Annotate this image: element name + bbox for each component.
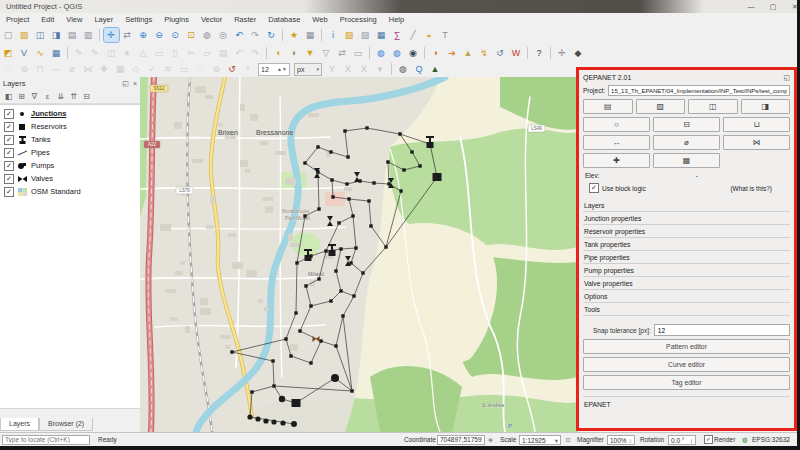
show-bookmarks-icon[interactable]: ▦	[303, 28, 318, 42]
identify-features-icon[interactable]: i	[326, 28, 341, 42]
add-tank-button[interactable]: ⊔	[723, 117, 790, 132]
coordinate-field[interactable]	[437, 435, 485, 445]
maximize-button[interactable]: ▢	[764, 1, 782, 12]
modify-feature-icon[interactable]: ▭	[152, 46, 167, 60]
menu-raster[interactable]: Raster	[228, 15, 262, 24]
temporal-controller-icon[interactable]: ▦	[49, 46, 64, 60]
plugin-tool-icon[interactable]: ◆	[571, 46, 586, 60]
scale-combo[interactable]: 1:12925▾	[519, 435, 561, 445]
qepanet-tank-tool-icon[interactable]: ⊓	[33, 62, 48, 76]
layer-checkbox[interactable]: ✓	[4, 174, 14, 184]
qepanet-flow-tool-icon[interactable]: ≋	[161, 62, 176, 76]
snap-indicator-icon[interactable]: +	[241, 62, 256, 76]
new-inp-button[interactable]: ▤	[583, 99, 633, 114]
dock-float-icon[interactable]: ◱	[122, 80, 129, 87]
menu-plugins[interactable]: Plugins	[158, 15, 195, 24]
cut-features-icon[interactable]: ✂	[184, 46, 199, 60]
highlight-pinned-labels-icon[interactable]: ▽	[319, 46, 334, 60]
snap-tolerance-field[interactable]	[654, 324, 790, 336]
qepanet-pattern-tool-icon[interactable]: ◌	[193, 62, 208, 76]
dock-tab-browser-2-[interactable]: Browser (2)	[39, 418, 93, 431]
layer-labeling-icon[interactable]: ◖	[271, 46, 286, 60]
qepanet-options-tool-icon[interactable]: ▭	[177, 62, 192, 76]
add-wms-layer-icon[interactable]: ◍	[390, 46, 405, 60]
section-junction-properties[interactable]: Junction properties	[583, 212, 790, 225]
globe-plugin-icon[interactable]: ◍	[396, 62, 411, 76]
qepanet-pump-tool-icon[interactable]: ø	[65, 62, 80, 76]
map-canvas[interactable]: A22SS12LS49LS76BrixenBressanoneMozartbrü…	[140, 77, 578, 432]
qepanet-delete-tool-icon[interactable]: ▦	[113, 62, 128, 76]
menu-edit[interactable]: Edit	[35, 15, 60, 24]
menu-layer[interactable]: Layer	[88, 15, 119, 24]
layer-item-junctions[interactable]: ✓Junctions	[0, 107, 140, 120]
move-element-button[interactable]: ✚	[583, 153, 650, 168]
layer-item-valves[interactable]: ✓Valves	[0, 172, 140, 185]
section-pipe-properties[interactable]: Pipe properties	[583, 251, 790, 264]
zoom-native-icon[interactable]: ⊙	[168, 28, 183, 42]
add-reservoir-button[interactable]: ⊟	[653, 117, 720, 132]
save-inp-button[interactable]: ◫	[688, 99, 738, 114]
vertex-distance-spin[interactable]: 12▲▼	[258, 63, 290, 76]
osm-download-icon[interactable]: ◗	[429, 46, 444, 60]
zoom-out-icon[interactable]: ⊖	[152, 28, 167, 42]
crs-indicator[interactable]: EPSG:32632	[752, 435, 790, 445]
expand-all-icon[interactable]: ⇊	[54, 92, 67, 101]
text-annotation-icon[interactable]: T	[438, 28, 453, 42]
remove-layer-icon[interactable]: ⊟	[80, 92, 93, 101]
section-reservoir-properties[interactable]: Reservoir properties	[583, 225, 790, 238]
render-checkbox[interactable]: ✓	[704, 435, 713, 444]
open-layer-styling-icon[interactable]: ◧	[2, 92, 15, 101]
menu-vector[interactable]: Vector	[195, 15, 228, 24]
qepanet-curve-tool-icon[interactable]: ⊚	[209, 62, 224, 76]
osm-place-search-icon[interactable]: W	[509, 46, 524, 60]
osm-import-icon[interactable]: ➔	[445, 46, 460, 60]
qepanet-reservoir-tool-icon[interactable]: ⊚	[17, 62, 32, 76]
move-label-icon[interactable]: ⇄	[335, 46, 350, 60]
layer-item-tanks[interactable]: ✓Tanks	[0, 133, 140, 146]
quick-map-services-icon[interactable]: ↯	[477, 46, 492, 60]
undo-network-icon[interactable]: ↺	[225, 62, 240, 76]
layer-item-osm-standard[interactable]: ✓OSM Standard	[0, 185, 140, 198]
zoom-to-selection-icon[interactable]: ◍	[200, 28, 215, 42]
help-contents-icon[interactable]: ?	[532, 46, 547, 60]
open-project-icon[interactable]: ▨	[17, 28, 32, 42]
dock-close-icon[interactable]: ×	[133, 80, 137, 87]
copy-features-icon[interactable]: ▱	[200, 46, 215, 60]
rotation-spin[interactable]: 0.0 °↕	[668, 435, 696, 445]
messages-icon[interactable]: ◖	[787, 435, 791, 445]
pan-map-icon[interactable]: ✛	[104, 28, 119, 42]
magnifier-spin[interactable]: 100%↕	[607, 435, 635, 445]
dsm-tool-icon[interactable]: ▲	[461, 46, 476, 60]
toggle-editing-icon[interactable]: ✎	[88, 46, 103, 60]
digitize-with-curve-icon[interactable]: ∿	[33, 46, 48, 60]
coordinate-capture-icon[interactable]: ✛	[555, 46, 570, 60]
collapse-all-icon[interactable]: ⇈	[67, 92, 80, 101]
zoom-to-layer-icon[interactable]: ◎	[216, 28, 231, 42]
qepanet-valve-tool-icon[interactable]: ⋈	[81, 62, 96, 76]
add-feature-icon[interactable]: ∗	[120, 46, 135, 60]
layer-diagram-icon[interactable]: ◗	[287, 46, 302, 60]
delete-element-button[interactable]: ▦	[653, 153, 720, 168]
layout-manager-icon[interactable]: ▥	[81, 28, 96, 42]
open-inp-button[interactable]: ▧	[636, 99, 686, 114]
project-path-field[interactable]	[608, 85, 790, 96]
snapping-tool-1-icon[interactable]: Y	[325, 62, 340, 76]
map-tips-icon[interactable]: ◒	[422, 28, 437, 42]
use-block-logic-checkbox[interactable]: ✓	[589, 183, 599, 193]
layer-item-reservoirs[interactable]: ✓Reservoirs	[0, 120, 140, 133]
new-spatial-bookmark-icon[interactable]: ★	[287, 28, 302, 42]
refresh-map-icon[interactable]: ↻	[264, 28, 279, 42]
what-is-this-link[interactable]: (What is this?)	[730, 185, 772, 192]
qepanet-junction-tool-icon[interactable]: ◌	[1, 62, 16, 76]
statistical-summary-icon[interactable]: ∑	[390, 28, 405, 42]
menu-web[interactable]: Web	[306, 15, 333, 24]
layer-checkbox[interactable]: ✓	[4, 135, 14, 145]
section-layers[interactable]: Layers	[583, 199, 790, 212]
save-layer-edits-icon[interactable]: ◫	[104, 46, 119, 60]
snapping-tool-3-icon[interactable]: X	[357, 62, 372, 76]
snapping-dropdown-icon[interactable]: ▾	[373, 62, 388, 76]
tag-editor-button[interactable]: Tag editor	[583, 375, 790, 390]
filter-legend-icon[interactable]: ∇	[28, 92, 41, 101]
change-label-icon[interactable]: ▭	[351, 46, 366, 60]
delete-selected-icon[interactable]: ▯	[168, 46, 183, 60]
